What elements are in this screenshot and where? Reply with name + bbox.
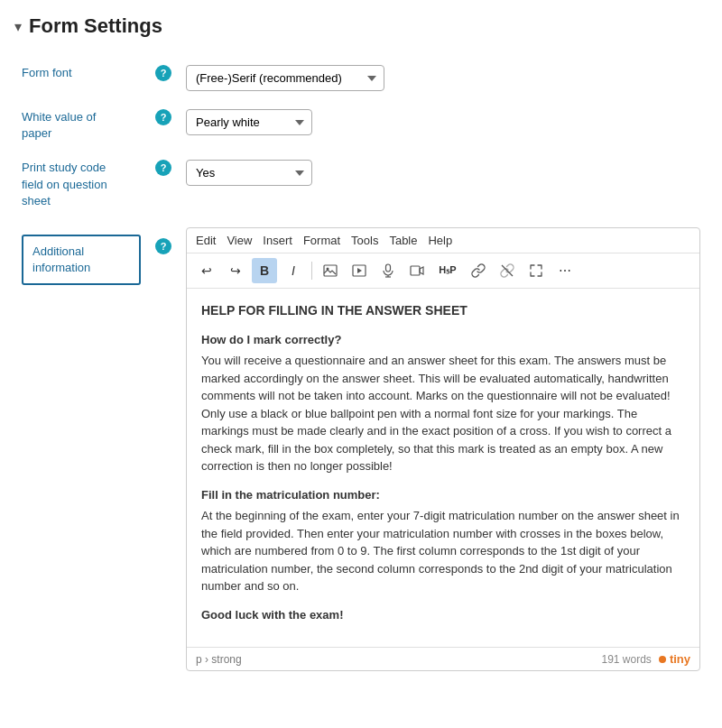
unlink-button[interactable] [495,258,520,283]
white-value-row: White value ofpaper ? Pearly whitePure w… [14,100,708,151]
word-count: 191 words [602,653,652,666]
more-button[interactable]: ⋯ [552,258,578,283]
undo-button[interactable]: ↩ [194,258,219,283]
menu-view[interactable]: View [227,234,252,247]
menu-insert[interactable]: Insert [263,234,292,247]
redo-button[interactable]: ↪ [223,258,248,283]
white-value-select[interactable]: Pearly whitePure whiteOff white [186,109,312,135]
print-study-code-select[interactable]: YesNo [186,160,312,186]
editor-footer: p › strong 191 words tiny [187,647,699,670]
fullscreen-icon [529,263,543,278]
microphone-icon [381,263,395,278]
additional-info-help-icon[interactable]: ? [155,238,171,254]
svg-rect-4 [386,264,391,272]
content-main-title: HELP FOR FILLING IN THE ANSWER SHEET [201,301,685,320]
editor-toolbar: ↩ ↪ B I [187,253,699,289]
content-section2-title: Fill in the matriculation number: [201,486,685,504]
page-container: ▾ Form Settings Form font ? (Free-)Serif… [0,0,722,695]
white-value-help-icon[interactable]: ? [155,109,171,125]
menu-table[interactable]: Table [389,234,417,247]
svg-rect-0 [324,265,337,276]
editor-menubar: Edit View Insert Format Tools Table Help [187,228,699,253]
bold-button[interactable]: B [252,258,277,283]
svg-marker-3 [357,268,362,273]
audio-button[interactable] [375,258,401,283]
content-section2-body: At the beginning of the exam, enter your… [201,507,685,595]
form-font-row: Form font ? (Free-)Serif (recommended)Sa… [14,56,708,100]
form-font-label: Form font [22,66,72,79]
print-study-code-row: Print study code field on question sheet… [14,151,708,218]
image-button[interactable] [318,258,343,283]
additional-info-row: Additional information ? Edit View Inser… [14,218,708,681]
image-icon [323,263,338,278]
fullscreen-button[interactable] [523,258,549,283]
print-study-code-help-icon[interactable]: ? [155,160,171,176]
italic-button[interactable]: I [281,258,306,283]
additional-info-label: Additional information [22,235,141,285]
tiny-dot [659,656,666,663]
video-button[interactable] [404,258,430,283]
page-title: Form Settings [29,14,162,38]
media-button[interactable] [347,258,372,283]
form-font-help-icon[interactable]: ? [155,65,171,81]
editor-container: Edit View Insert Format Tools Table Help… [186,227,700,672]
link-button[interactable] [466,258,491,283]
editor-content[interactable]: HELP FOR FILLING IN THE ANSWER SHEET How… [187,289,699,648]
editor-breadcrumb: p › strong [196,653,242,666]
form-table: Form font ? (Free-)Serif (recommended)Sa… [14,56,708,680]
menu-edit[interactable]: Edit [196,234,216,247]
content-section1-body: You will receive a questionnaire and an … [201,352,685,475]
content-closing: Good luck with the exam! [201,606,685,624]
section-header: ▾ Form Settings [14,14,708,38]
unlink-icon [500,263,514,278]
toolbar-separator-1 [311,262,312,280]
print-study-code-label: Print study code field on question sheet [22,161,107,207]
menu-format[interactable]: Format [303,234,340,247]
white-value-label: White value ofpaper [22,110,96,140]
menu-help[interactable]: Help [428,234,452,247]
menu-tools[interactable]: Tools [351,234,378,247]
video-icon [410,263,424,278]
link-icon [471,263,486,278]
h5p-button[interactable]: H₅P [433,258,462,283]
chevron-icon[interactable]: ▾ [14,18,22,35]
play-icon [352,263,366,278]
svg-rect-7 [411,266,420,275]
content-section1-title: How do I mark correctly? [201,331,685,349]
form-font-select[interactable]: (Free-)Serif (recommended)Sans-SerifMono… [186,65,384,91]
tiny-logo: tiny [659,652,690,666]
